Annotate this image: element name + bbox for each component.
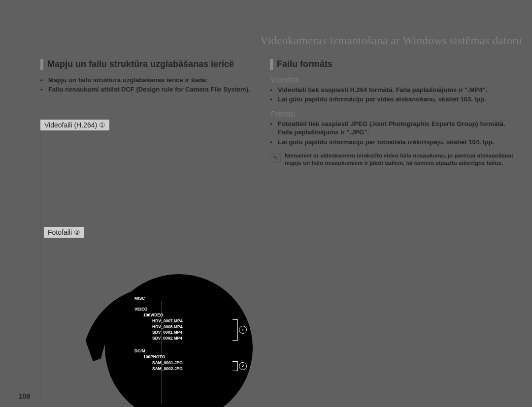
- storage-structure-box: Videofaili (H.264) ① Fotofaili ② MISC VI…: [40, 127, 257, 404]
- left-column: Mapju un failu struktūra uzglabāšanas ie…: [40, 59, 257, 100]
- tree-video-file-3: SDV_0001.MP4: [152, 330, 229, 336]
- video-bullets: •Videofaili tiek saspiesti H.264 formātā…: [270, 86, 521, 104]
- photo-bullet-2: Lai gūtu papildu informāciju par fotoatt…: [278, 138, 494, 147]
- note-row: ✎ Nemainiet ar videokameru ierakstīto vi…: [270, 152, 521, 167]
- video-bullet-1: Videofaili tiek saspiesti H.264 formātā.…: [278, 86, 487, 94]
- page-header-title: Videokameras izmantošana ar Windows sist…: [0, 34, 522, 47]
- note-icon: ✎: [270, 153, 281, 163]
- header-rule: [37, 47, 532, 47]
- tree-video-file-2: HDV_0008.MP4: [152, 324, 229, 330]
- disc-diagram: MISC VIDEO 100VIDEO HDV_0007.MP4 HDV_000…: [105, 274, 253, 407]
- photo-bullet-1: Fotoattēli tiek saspiesti JPEG (Joint Ph…: [278, 120, 521, 137]
- circle-number-2: 2: [239, 362, 247, 370]
- tree-dcim: DCIM: [134, 348, 243, 354]
- videofiles-label: Videofaili (H.264) ①: [40, 120, 109, 130]
- tree-photo-file-1: SAM_0001.JPG: [152, 360, 229, 366]
- left-bullet-1: Mapju un failu struktūra uzglabāšanas ie…: [48, 76, 208, 85]
- circle-number-1: 1: [239, 326, 247, 334]
- photofiles-label: Fotofaili ②: [44, 227, 84, 238]
- page-root: Videokameras izmantošana ar Windows sist…: [0, 0, 532, 407]
- right-column: Failu formāts Videofaili •Videofaili tie…: [270, 59, 521, 167]
- page-number: 108: [19, 392, 30, 400]
- left-bullet-list: •Mapju un failu struktūra uzglabāšanas i…: [40, 76, 257, 94]
- tree-photo-file-2: SAM_0002.JPG: [152, 366, 229, 372]
- video-subheading: Videofaili: [271, 76, 521, 84]
- tree-photo-folder: 100PHOTO: [143, 354, 243, 360]
- photo-bullets: •Fotoattēli tiek saspiesti JPEG (Joint P…: [270, 120, 521, 147]
- right-section-heading: Failu formāts: [270, 59, 521, 70]
- left-bullet-2: Failu nosaukumi atbilst DCF (Design rule…: [48, 85, 250, 94]
- tree-video: VIDEO: [134, 307, 243, 313]
- tree-misc: MISC: [134, 296, 243, 302]
- tree-video-file-1: HDV_0007.MP4: [152, 318, 229, 324]
- video-bullet-2: Lai gūtu papildu informāciju par video a…: [278, 95, 486, 104]
- note-text: Nemainiet ar videokameru ierakstīto vide…: [285, 152, 521, 167]
- left-section-heading: Mapju un failu struktūra uzglabāšanas ie…: [40, 59, 257, 70]
- tree-video-file-4: SDV_0002.MP4: [152, 336, 229, 342]
- tree-video-folder: 100VIDEO: [143, 313, 243, 318]
- file-tree: MISC VIDEO 100VIDEO HDV_0007.MP4 HDV_000…: [134, 294, 243, 372]
- photo-subheading: Fotofaili: [271, 110, 521, 118]
